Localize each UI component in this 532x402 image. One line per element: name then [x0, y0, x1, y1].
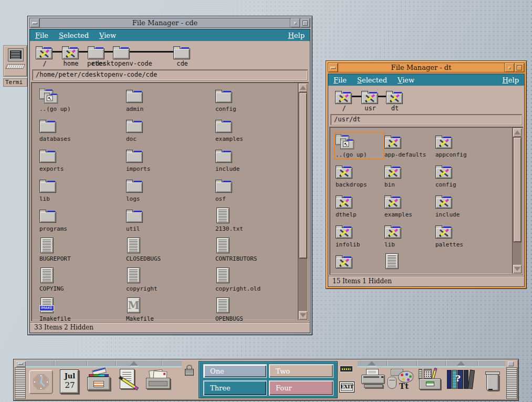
path-folder-home[interactable]: home [62, 44, 80, 59]
clock-icon[interactable] [28, 369, 55, 397]
path-folder-cdesktopenv-code[interactable]: cdesktopenv-code [113, 44, 131, 59]
file-item-OPENBUGS[interactable]: OPENBUGS [215, 297, 297, 321]
file-item-appconfig[interactable]: appconfig [435, 133, 483, 158]
text-file-icon [127, 267, 140, 283]
text-file-icon [385, 253, 399, 269]
scrollbar-thumb[interactable] [513, 137, 521, 242]
minimize-button[interactable] [290, 18, 300, 27]
panel-handle-left[interactable] [15, 367, 26, 399]
terminal-desktop-icon[interactable]: Termi [3, 45, 27, 87]
panel-minimize-button[interactable] [508, 362, 514, 366]
current-path-field[interactable]: /usr/dt [330, 114, 522, 125]
printer-icon[interactable] [360, 369, 387, 397]
file-item-databases[interactable]: databases [39, 118, 123, 142]
file-item-imports[interactable]: imports [126, 148, 210, 172]
maximize-button[interactable] [514, 63, 524, 72]
maximize-button[interactable] [300, 18, 310, 27]
strip-divider [477, 360, 478, 366]
subpanel-arrow-text-editor[interactable] [130, 361, 138, 366]
menu-file[interactable]: File [35, 32, 48, 39]
file-item-Makefile[interactable]: MMakefile [126, 297, 210, 321]
path-folder-label: usr [364, 105, 376, 112]
path-folder-peter[interactable]: peter [88, 44, 106, 59]
menu-view[interactable]: View [398, 76, 414, 84]
applications-icon[interactable] [417, 369, 443, 397]
file-item-programs[interactable]: programs [39, 208, 123, 232]
file-item-dthelp[interactable]: dthelp [336, 193, 383, 218]
menu-file[interactable]: File [333, 76, 347, 84]
workspace-button-one[interactable]: One [203, 364, 267, 378]
file-item-app-defaults[interactable]: app-defaults [384, 133, 432, 158]
file-item-unlabeled[interactable] [384, 253, 432, 271]
menu-help[interactable]: Help [288, 32, 305, 39]
file-item-Imakefile[interactable]: IMAKEImakefile [39, 297, 123, 321]
menu-selected[interactable]: Selected [59, 32, 89, 39]
path-folder-/[interactable]: / [335, 89, 353, 104]
workspace-button-two[interactable]: Two [269, 364, 333, 378]
file-item-osf[interactable]: osf [215, 178, 297, 202]
file-item-lib[interactable]: lib [384, 223, 432, 248]
subpanel-arrow-printer[interactable] [368, 361, 376, 366]
file-item-exports[interactable]: exports [39, 148, 123, 172]
file-item-logs[interactable]: logs [126, 178, 210, 202]
go-up-folder-icon: ↖ [39, 88, 123, 105]
lock-icon[interactable] [185, 365, 194, 376]
path-folder-cde[interactable]: cde [173, 44, 191, 59]
file-item-CONTRIBUTORS[interactable]: CONTRIBUTORS [215, 238, 297, 262]
menu-help[interactable]: Help [502, 76, 519, 84]
file-item-unlabeled[interactable] [336, 253, 383, 271]
path-folder-usr[interactable]: usr [361, 89, 379, 104]
file-item-config[interactable]: config [435, 163, 483, 188]
file-item-BUGREPORT[interactable]: BUGREPORT [39, 238, 123, 262]
file-item-2130.txt[interactable]: 2130.txt [215, 208, 297, 232]
file-manager-icon[interactable] [86, 369, 112, 397]
file-item-config[interactable]: config [215, 88, 297, 112]
current-path-field[interactable]: /home/peter/cdesktopenv-code/cde [32, 69, 308, 80]
trash-icon[interactable] [480, 369, 506, 397]
file-item-include[interactable]: include [215, 148, 297, 172]
file-item-util[interactable]: util [126, 208, 210, 232]
window-menu-button[interactable] [30, 18, 40, 27]
workspace-button-four[interactable]: Four [269, 380, 333, 396]
vertical-scrollbar[interactable] [512, 128, 522, 274]
path-folder-/[interactable]: / [36, 44, 54, 59]
exit-button[interactable]: EXIT [339, 382, 354, 393]
file-item-infolib[interactable]: infolib [336, 223, 383, 248]
minimize-button[interactable] [504, 63, 514, 72]
window-menu-button[interactable] [328, 63, 338, 72]
menu-selected[interactable]: Selected [357, 76, 387, 84]
file-item-lib[interactable]: lib [39, 178, 123, 202]
menu-view[interactable]: View [99, 32, 116, 39]
busy-light[interactable] [340, 366, 352, 372]
panel-menu-button[interactable] [16, 361, 26, 367]
file-item-include[interactable]: include [435, 193, 483, 218]
file-item-examples[interactable]: examples [384, 193, 432, 218]
subpanel-arrow-help[interactable] [457, 361, 465, 366]
file-item-..(go up)[interactable]: ↖..(go up) [39, 88, 123, 112]
file-item-CLOSEDBUGS[interactable]: CLOSEDBUGS [126, 238, 210, 262]
scroll-up-button[interactable] [299, 84, 307, 92]
file-item-examples[interactable]: examples [215, 118, 297, 142]
calendar-icon[interactable]: Jul 27 [57, 369, 83, 397]
file-item-bin[interactable]: bin [384, 163, 432, 188]
path-folder-dt[interactable]: dt [386, 89, 404, 104]
file-item-..(go up)[interactable]: ↖..(go up) [336, 133, 383, 158]
file-item-backdrops[interactable]: backdrops [336, 163, 383, 188]
style-manager-icon[interactable]: Tt [388, 369, 414, 397]
file-item-palettes[interactable]: palettes [435, 223, 483, 248]
mail-icon[interactable] [145, 369, 171, 397]
file-item-COPYING[interactable]: COPYING [39, 267, 123, 292]
vertical-scrollbar[interactable] [298, 83, 308, 320]
panel-handle-right[interactable] [506, 367, 517, 399]
scrollbar-thumb[interactable] [299, 92, 307, 259]
text-editor-icon[interactable] [116, 369, 142, 397]
scroll-up-button[interactable] [513, 128, 521, 137]
file-item-copyright[interactable]: copyright [126, 267, 210, 292]
scroll-down-button[interactable] [299, 311, 307, 319]
file-item-copyright.old[interactable]: copyright.old [215, 267, 297, 292]
workspace-button-three[interactable]: Three [203, 380, 267, 396]
help-icon[interactable]: ? [446, 369, 473, 397]
file-item-admin[interactable]: admin [126, 88, 210, 112]
file-item-doc[interactable]: doc [126, 118, 210, 142]
scroll-down-button[interactable] [513, 265, 521, 273]
